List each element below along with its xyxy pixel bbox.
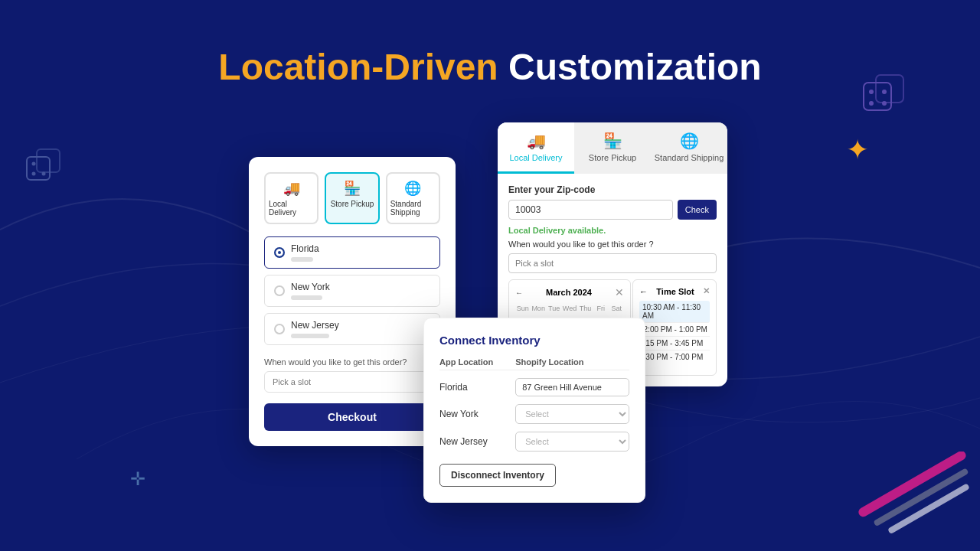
cal-day-thu: Thu <box>578 303 593 314</box>
standard-shipping-icon-right: 🌐 <box>680 132 699 150</box>
time-slot-item-3[interactable]: 5:30 PM - 7:00 PM <box>639 350 710 364</box>
standard-shipping-icon-left: 🌐 <box>404 180 421 197</box>
cal-prev-icon[interactable]: ← <box>515 289 523 297</box>
svg-point-12 <box>869 101 874 106</box>
tab-standard-shipping-left[interactable]: 🌐 Standard Shipping <box>386 172 440 224</box>
modal-row-new-jersey: New Jersey Select <box>439 432 629 452</box>
zip-check-button[interactable]: Check <box>678 200 717 220</box>
tab-standard-shipping-right[interactable]: 🌐 Standard Shipping <box>651 122 727 174</box>
time-slot-title: Time Slot <box>656 287 694 296</box>
delivery-tabs-right: 🚚 Local Delivery 🏪 Store Pickup 🌐 Standa… <box>498 122 727 174</box>
cal-day-tue: Tue <box>547 303 561 314</box>
delivery-tabs-left: 🚚 Local Delivery 🏪 Store Pickup 🌐 Standa… <box>264 172 440 224</box>
title-orange: Location-Driven <box>218 47 498 87</box>
modal-florida-label: Florida <box>439 382 515 393</box>
cal-month: March 2024 <box>546 288 592 297</box>
modal-new-jersey-select-container: Select <box>515 432 629 452</box>
zip-row: Check <box>508 200 717 220</box>
time-slot-item-1[interactable]: 12:00 PM - 1:00 PM <box>639 323 710 337</box>
modal-row-new-york: New York Select <box>439 404 629 424</box>
modal-florida-input[interactable] <box>515 378 629 396</box>
star-icon: ✦ <box>846 134 869 166</box>
time-slot-item-2[interactable]: 3:15 PM - 3:45 PM <box>639 337 710 350</box>
new-jersey-bar <box>291 334 329 338</box>
modal-new-york-label: New York <box>439 409 515 419</box>
slot-input-left[interactable] <box>264 371 440 393</box>
svg-rect-2 <box>887 483 970 534</box>
modal-new-york-select[interactable]: Select <box>515 404 629 424</box>
tab-local-delivery-left[interactable]: 🚚 Local Delivery <box>264 172 318 224</box>
tab-local-delivery-label-right: Local Delivery <box>509 153 562 162</box>
cross-icon: ✛ <box>130 468 145 490</box>
cal-header: ← March 2024 ✕ <box>515 286 624 298</box>
svg-point-5 <box>32 162 36 166</box>
tab-store-pickup-label-right: Store Pickup <box>589 153 636 162</box>
svg-rect-0 <box>857 452 968 518</box>
time-slot-header: ← Time Slot ✕ <box>639 286 710 296</box>
location-options: Florida New York New Jersey <box>264 236 440 345</box>
tab-standard-shipping-label-left: Standard Shipping <box>390 200 436 217</box>
svg-point-7 <box>32 172 36 176</box>
tab-local-delivery-label-left: Local Delivery <box>269 200 314 217</box>
svg-rect-3 <box>27 157 50 180</box>
location-new-jersey[interactable]: New Jersey <box>264 313 440 345</box>
page-title: Location-Driven Customization <box>218 46 761 88</box>
slot-input-right[interactable] <box>508 253 717 273</box>
cal-day-sat: Sat <box>609 303 624 314</box>
title-white: Customization <box>508 47 762 87</box>
svg-point-13 <box>882 90 887 94</box>
modal-title: Connect Inventory <box>439 334 629 347</box>
connect-inventory-modal: Connect Inventory App Location Shopify L… <box>423 318 645 503</box>
new-jersey-label: New Jersey <box>291 320 339 331</box>
new-york-label: New York <box>291 282 330 292</box>
location-new-york[interactable]: New York <box>264 275 440 307</box>
svg-point-11 <box>882 101 887 106</box>
when-label-right: When would you like to get this order ? <box>508 240 717 249</box>
dice-left-icon <box>23 145 65 191</box>
svg-rect-4 <box>37 149 60 172</box>
cal-day-sun: Sun <box>515 303 530 314</box>
new-york-bar <box>291 295 322 300</box>
time-slot-close-icon[interactable]: ✕ <box>703 286 710 296</box>
tab-store-pickup-label-left: Store Pickup <box>331 200 374 208</box>
tab-local-delivery-right[interactable]: 🚚 Local Delivery <box>498 122 574 174</box>
florida-bar <box>291 257 313 262</box>
cal-day-fri: Fri <box>593 303 608 314</box>
cal-day-mon: Mon <box>531 303 545 314</box>
cal-day-wed: Wed <box>562 303 577 314</box>
disconnect-inventory-button[interactable]: Disconnect Inventory <box>439 464 556 487</box>
delivery-available-text: Local Delivery available. <box>508 226 717 235</box>
radio-new-york <box>274 285 285 296</box>
time-slot-prev-icon[interactable]: ← <box>639 287 648 296</box>
radio-florida <box>274 247 285 258</box>
svg-rect-1 <box>873 468 969 527</box>
florida-label: Florida <box>291 243 319 254</box>
svg-point-10 <box>869 90 874 94</box>
zip-input[interactable] <box>508 200 673 220</box>
modal-florida-select-container <box>515 378 629 396</box>
modal-col-shopify-header: Shopify Location <box>515 357 629 367</box>
cal-close-icon[interactable]: ✕ <box>615 286 624 298</box>
modal-table-header: App Location Shopify Location <box>439 357 629 370</box>
modal-col-app-header: App Location <box>439 357 515 367</box>
time-slot-item-0[interactable]: 10:30 AM - 11:30 AM <box>639 301 710 323</box>
local-delivery-icon-left: 🚚 <box>283 180 300 197</box>
tab-store-pickup-left[interactable]: 🏪 Store Pickup <box>325 172 379 224</box>
radio-new-jersey <box>274 324 285 334</box>
tab-store-pickup-right[interactable]: 🏪 Store Pickup <box>574 122 651 174</box>
tab-standard-shipping-label-right: Standard Shipping <box>655 153 724 162</box>
modal-new-york-select-container: Select <box>515 404 629 424</box>
modal-new-jersey-label: New Jersey <box>439 436 515 447</box>
local-delivery-icon-right: 🚚 <box>527 132 546 150</box>
svg-point-6 <box>42 172 46 176</box>
dice-right-icon <box>858 69 911 126</box>
location-florida[interactable]: Florida <box>264 236 440 269</box>
store-pickup-icon-right: 🏪 <box>603 132 622 150</box>
zip-label: Enter your Zip-code <box>508 184 717 195</box>
checkout-button[interactable]: Checkout <box>264 403 440 431</box>
modal-new-jersey-select[interactable]: Select <box>515 432 629 452</box>
svg-rect-9 <box>876 75 903 103</box>
order-time-label: When would you like to get this order? <box>264 357 440 367</box>
store-pickup-icon-left: 🏪 <box>344 180 361 197</box>
svg-rect-8 <box>864 83 891 110</box>
